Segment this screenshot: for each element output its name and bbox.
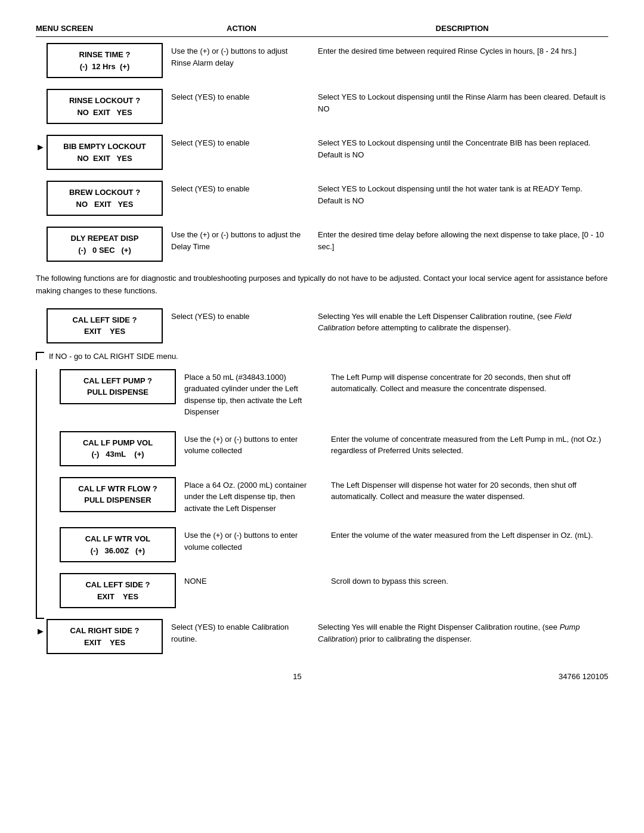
table-row: CAL LF WTR VOL(-) 36.00Z (+)Use the (+) … [49, 527, 608, 562]
cal-sub-rows: CAL LEFT PUMP ?PULL DISPENSEPlace a 50 m… [36, 369, 608, 620]
menu-screen-box-bib-empty-lockout: BIB EMPTY LOCKOUTNO EXIT YES [47, 135, 163, 170]
table-row: CAL LF PUMP VOL(-) 43mL (+)Use the (+) o… [49, 431, 608, 466]
table-row: ►CAL RIGHT SIDE ?EXIT YESSelect (YES) to… [36, 619, 608, 654]
action-cell-cal-right-side: Select (YES) to enable Calibration routi… [163, 619, 312, 647]
cal-left-side-first-row: CAL LEFT SIDE ?EXIT YESSelect (YES) to e… [36, 308, 608, 343]
desc-cell-dly-repeat-disp: Enter the desired time delay before allo… [312, 227, 608, 255]
menu-screen-box-cal-lf-wtr-flow: CAL LF WTR FLOW ?PULL DISPENSER [60, 477, 176, 512]
arrow-indicator [36, 181, 47, 188]
if-no-goto-text: If NO - go to CAL RIGHT SIDE menu. [36, 352, 608, 361]
bracket-line-top-icon [36, 352, 44, 360]
desc-cell-bib-empty-lockout: Select YES to Lockout dispensing until t… [312, 135, 608, 163]
action-cell-cal-lf-wtr-flow: Place a 64 Oz. (2000 mL) container under… [176, 477, 325, 517]
table-row: CAL LF WTR FLOW ?PULL DISPENSERPlace a 6… [49, 477, 608, 517]
main-table: RINSE TIME ?(-) 12 Hrs (+)Use the (+) or… [36, 43, 608, 262]
arrow-indicator [36, 43, 47, 50]
action-cell-cal-lf-wtr-vol: Use the (+) or (-) buttons to enter volu… [176, 527, 325, 555]
page-number: 15 [293, 672, 301, 681]
cal-right-side-row: ►CAL RIGHT SIDE ?EXIT YESSelect (YES) to… [36, 619, 608, 654]
action-cell-brew-lockout: Select (YES) to enable [163, 181, 312, 197]
menu-screen-box-brew-lockout: BREW LOCKOUT ?NO EXIT YES [47, 181, 163, 216]
desc-cell-rinse-time: Enter the desired time between required … [312, 43, 608, 60]
table-row: RINSE TIME ?(-) 12 Hrs (+)Use the (+) or… [36, 43, 608, 78]
page-footer: 15 34766 120105 [36, 672, 608, 681]
desc-cell-cal-left-pump: The Left Pump will dispense concentrate … [325, 369, 608, 397]
arrow-indicator [36, 227, 47, 234]
action-cell-rinse-lockout: Select (YES) to enable [163, 89, 312, 106]
notice-text: The following functions are for diagnost… [36, 272, 608, 298]
table-row: CAL LEFT SIDE ?EXIT YESSelect (YES) to e… [36, 308, 608, 343]
doc-number: 34766 120105 [559, 672, 608, 681]
menu-screen-box-cal-left-side-1: CAL LEFT SIDE ?EXIT YES [47, 308, 163, 343]
desc-cell-cal-right-side: Selecting Yes will enable the Right Disp… [312, 619, 608, 647]
table-row: BREW LOCKOUT ?NO EXIT YESSelect (YES) to… [36, 181, 608, 216]
menu-screen-box-dly-repeat-disp: DLY REPEAT DISP(-) 0 SEC (+) [47, 227, 163, 262]
desc-cell-brew-lockout: Select YES to Lockout dispensing until t… [312, 181, 608, 209]
action-cell-cal-lf-pump-vol: Use the (+) or (-) buttons to enter volu… [176, 431, 325, 459]
action-cell-dly-repeat-disp: Use the (+) or (-) buttons to adjust the… [163, 227, 312, 255]
desc-cell-cal-lf-pump-vol: Enter the volume of concentrate measured… [325, 431, 608, 459]
action-cell-bib-empty-lockout: Select (YES) to enable [163, 135, 312, 151]
arrow-indicator: ► [36, 619, 47, 637]
table-row: ►BIB EMPTY LOCKOUTNO EXIT YESSelect (YES… [36, 135, 608, 170]
desc-cell-cal-lf-wtr-flow: The Left Dispenser will dispense hot wat… [325, 477, 608, 505]
table-row: RINSE LOCKOUT ?NO EXIT YESSelect (YES) t… [36, 89, 608, 124]
menu-screen-box-cal-left-pump: CAL LEFT PUMP ?PULL DISPENSE [60, 369, 176, 404]
menu-screen-box-cal-right-side: CAL RIGHT SIDE ?EXIT YES [47, 619, 163, 654]
header-menu-screen: MENU SCREEN [36, 24, 167, 33]
menu-screen-box-cal-left-side-2: CAL LEFT SIDE ?EXIT YES [60, 573, 176, 608]
header-description: DESCRIPTION [316, 24, 608, 33]
menu-screen-box-cal-lf-wtr-vol: CAL LF WTR VOL(-) 36.00Z (+) [60, 527, 176, 562]
arrow-indicator [36, 89, 47, 96]
desc-cell-cal-left-side-1: Selecting Yes will enable the Left Dispe… [312, 308, 608, 336]
menu-screen-box-cal-lf-pump-vol: CAL LF PUMP VOL(-) 43mL (+) [60, 431, 176, 466]
menu-screen-box-rinse-lockout: RINSE LOCKOUT ?NO EXIT YES [47, 89, 163, 124]
desc-cell-cal-left-side-2: Scroll down to bypass this screen. [325, 573, 608, 590]
desc-cell-cal-lf-wtr-vol: Enter the volume of the water measured f… [325, 527, 608, 544]
action-cell-cal-left-side-2: NONE [176, 573, 325, 590]
bracket-group: CAL LEFT PUMP ?PULL DISPENSEPlace a 50 m… [36, 369, 608, 620]
arrow-indicator: ► [36, 135, 47, 153]
action-cell-cal-left-side-1: Select (YES) to enable [163, 308, 312, 325]
bracket-line-icon [36, 369, 44, 620]
action-cell-cal-left-pump: Place a 50 mL (#34843.1000) graduated cy… [176, 369, 325, 420]
action-cell-rinse-time: Use the (+) or (-) buttons to adjust Rin… [163, 43, 312, 71]
table-row: CAL LEFT SIDE ?EXIT YESNONEScroll down t… [49, 573, 608, 608]
bracket-content: CAL LEFT PUMP ?PULL DISPENSEPlace a 50 m… [49, 369, 608, 620]
table-header: MENU SCREEN ACTION DESCRIPTION [36, 24, 608, 37]
table-row: DLY REPEAT DISP(-) 0 SEC (+)Use the (+) … [36, 227, 608, 262]
header-action: ACTION [167, 24, 316, 33]
menu-screen-box-rinse-time: RINSE TIME ?(-) 12 Hrs (+) [47, 43, 163, 78]
table-row: CAL LEFT PUMP ?PULL DISPENSEPlace a 50 m… [49, 369, 608, 420]
desc-cell-rinse-lockout: Select YES to Lockout dispensing until t… [312, 89, 608, 117]
